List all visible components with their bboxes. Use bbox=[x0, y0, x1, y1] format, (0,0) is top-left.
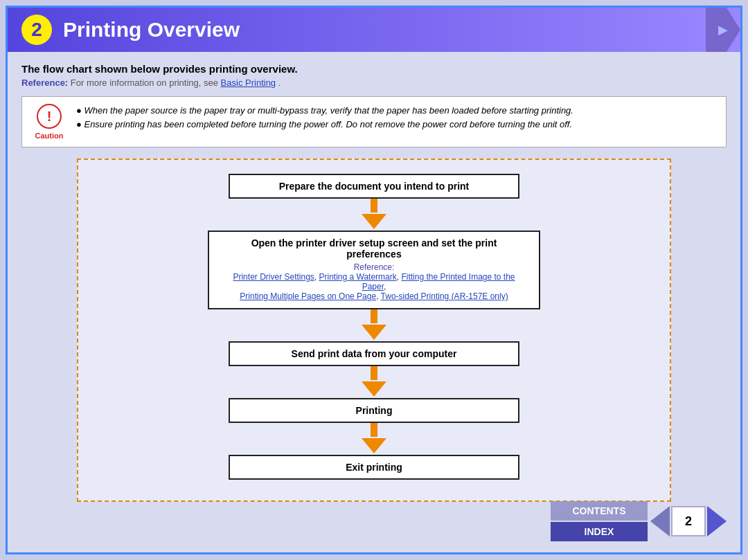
caution-text-area: When the paper source is the paper tray … bbox=[76, 104, 573, 140]
page-container: 2 Printing Overview ▶ The flow chart sho… bbox=[6, 6, 742, 554]
caution-bullet-1: When the paper source is the paper tray … bbox=[76, 104, 573, 118]
flow-box-1: Prepare the document you intend to print bbox=[229, 174, 519, 199]
flow-arrow-3 bbox=[362, 366, 386, 398]
flow-box-4: Printing bbox=[229, 398, 519, 423]
prev-page-button[interactable] bbox=[650, 506, 670, 536]
two-sided-printing-link[interactable]: Two-sided Printing (AR-157E only) bbox=[381, 291, 508, 301]
next-page-button[interactable] bbox=[707, 506, 727, 536]
bottom-navigation: CONTENTS INDEX 2 bbox=[551, 501, 727, 541]
caution-bullet-2: Ensure printing has been completed befor… bbox=[76, 118, 573, 132]
page-title: Printing Overview bbox=[63, 18, 240, 42]
reference-label: Reference: bbox=[21, 78, 68, 88]
flow-box-5: Exit printing bbox=[229, 455, 519, 480]
nav-buttons-stack: CONTENTS INDEX bbox=[551, 501, 648, 541]
intro-text: The flow chart shown below provides prin… bbox=[21, 63, 727, 75]
flow-arrow-1 bbox=[362, 199, 386, 231]
index-button[interactable]: INDEX bbox=[551, 522, 648, 541]
basic-printing-link[interactable]: Basic Printing bbox=[221, 78, 276, 88]
caution-circle-icon: ! bbox=[37, 104, 62, 129]
caution-icon-area: ! Caution bbox=[32, 104, 66, 140]
contents-button[interactable]: CONTENTS bbox=[551, 501, 648, 521]
box2-ref-label: Reference: bbox=[354, 262, 395, 272]
page-navigation-area: 2 bbox=[650, 501, 727, 541]
reference-body: For more information on printing, see bbox=[71, 78, 221, 88]
multiple-pages-link[interactable]: Printing Multiple Pages on One Page bbox=[240, 291, 376, 301]
printer-driver-settings-link[interactable]: Printer Driver Settings bbox=[233, 272, 314, 282]
watermark-link[interactable]: Printing a Watermark bbox=[319, 272, 397, 282]
flow-box-2: Open the printer driver setup screen and… bbox=[208, 231, 540, 309]
flow-box-3: Send print data from your computer bbox=[229, 341, 519, 366]
flow-arrow-4 bbox=[362, 423, 386, 455]
caution-label: Caution bbox=[35, 132, 64, 140]
page-header: 2 Printing Overview ▶ bbox=[8, 8, 740, 52]
caution-box: ! Caution When the paper source is the p… bbox=[21, 96, 727, 147]
reference-line: Reference: For more information on print… bbox=[21, 78, 727, 88]
chapter-number: 2 bbox=[21, 15, 52, 45]
flowchart-container: Prepare the document you intend to print… bbox=[77, 159, 671, 502]
reference-period: . bbox=[278, 78, 281, 88]
content-area: The flow chart shown below provides prin… bbox=[8, 52, 740, 513]
flow-arrow-2 bbox=[362, 309, 386, 341]
header-arrow-icon: ▶ bbox=[706, 8, 740, 52]
page-number: 2 bbox=[671, 506, 706, 536]
